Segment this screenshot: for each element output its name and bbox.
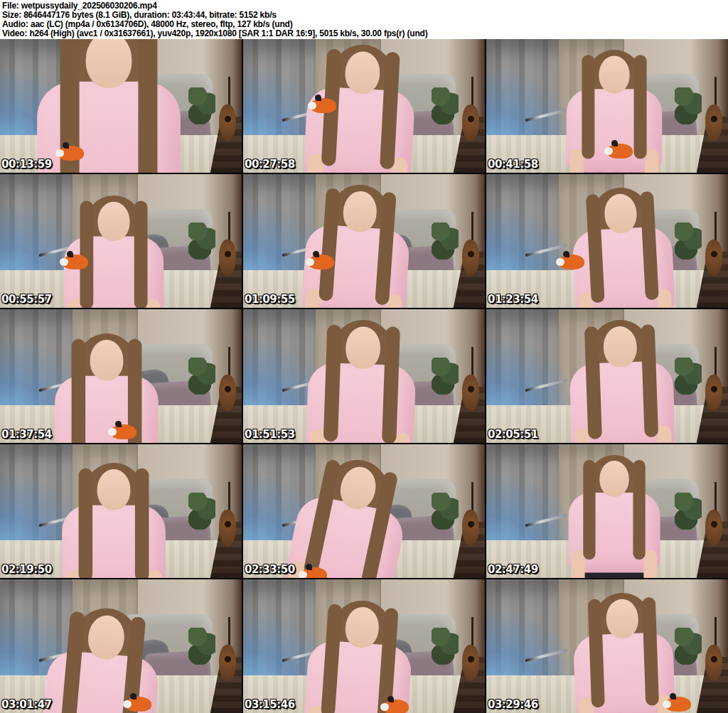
figure-face — [345, 326, 381, 370]
timestamp-label: 02:19:50 — [1, 563, 52, 576]
figure-hair-front-left — [582, 55, 595, 159]
person-figure — [285, 317, 436, 443]
timestamp-label: 03:29:46 — [488, 698, 538, 711]
figure-hair-front-right — [633, 460, 646, 559]
timestamp-label: 00:27:58 — [245, 158, 295, 171]
plant-icon — [432, 628, 458, 665]
plant-icon — [675, 87, 701, 125]
figure-face — [97, 202, 129, 241]
timestamp-label: 00:13:59 — [1, 158, 52, 171]
guitar-icon — [461, 347, 480, 411]
guitar-body — [219, 375, 236, 411]
figure-hair-front-left — [80, 201, 93, 308]
contact-sheet: File: wetpussydaily_202506030206.mp4 Siz… — [0, 0, 728, 713]
guitar-neck — [228, 212, 230, 242]
person-figure — [550, 318, 695, 443]
guitar-neck — [228, 617, 230, 647]
figure-arm-right — [147, 570, 162, 578]
person-figure — [13, 39, 205, 173]
plush-toy — [111, 424, 136, 439]
plant-icon — [432, 223, 458, 260]
guitar-neck — [471, 617, 473, 647]
figure-hair-front-left — [71, 339, 85, 443]
plush-toy — [665, 697, 691, 712]
figure-pink-shirt — [64, 237, 164, 308]
figure-face — [599, 55, 630, 93]
plush-toy — [559, 254, 584, 269]
guitar-icon — [218, 347, 237, 411]
guitar-body — [219, 510, 236, 546]
guitar-icon — [218, 212, 237, 276]
timestamp-label: 02:05:51 — [488, 428, 538, 441]
guitar-body — [705, 645, 722, 681]
guitar-neck — [471, 77, 473, 107]
guitar-body — [705, 104, 722, 141]
thumbnail-grid: 00:13:59 00:27:58 — [0, 39, 728, 713]
video-thumbnail: 02:33:50 — [243, 444, 485, 578]
guitar-body — [462, 645, 479, 681]
guitar-body — [219, 104, 236, 141]
figure-arm-right — [645, 149, 658, 173]
guitar-neck — [228, 482, 230, 512]
person-figure — [44, 463, 183, 578]
media-info-header: File: wetpussydaily_202506030206.mp4 Siz… — [0, 0, 728, 39]
guitar-icon — [461, 482, 480, 546]
video-thumbnail: 01:23:54 — [486, 174, 728, 308]
guitar-icon — [704, 77, 723, 141]
plush-toy — [309, 254, 334, 269]
guitar-body — [705, 375, 722, 411]
guitar-neck — [714, 347, 717, 377]
plant-icon — [432, 493, 458, 530]
guitar-neck — [228, 347, 230, 377]
guitar-icon — [218, 617, 237, 681]
timestamp-label: 00:41:58 — [488, 158, 538, 171]
timestamp-label: 02:47:49 — [488, 563, 538, 576]
header-line-video: Video: h264 (High) (avc1 / 0x31637661), … — [2, 29, 728, 38]
person-figure — [552, 184, 695, 308]
video-thumbnail: 03:15:46 — [243, 579, 485, 713]
figure-pink-shirt — [37, 82, 181, 173]
video-thumbnail: 03:01:47 — [0, 579, 242, 713]
plant-icon — [675, 493, 701, 530]
guitar-neck — [471, 212, 473, 242]
person-figure — [279, 180, 431, 308]
guitar-icon — [218, 77, 237, 141]
guitar-body — [705, 240, 722, 276]
figure-pink-shirt — [55, 376, 159, 443]
figure-face — [90, 340, 123, 380]
guitar-body — [462, 375, 479, 411]
video-thumbnail: 00:55:57 — [0, 174, 242, 308]
guitar-neck — [471, 347, 473, 377]
figure-face — [97, 469, 130, 510]
figure-hair-front-left — [583, 460, 595, 559]
guitar-neck — [714, 77, 717, 107]
plush-toy — [58, 146, 84, 161]
person-figure — [17, 602, 183, 713]
timestamp-label: 03:01:47 — [1, 698, 52, 711]
plant-icon — [188, 358, 215, 395]
plant-icon — [188, 628, 215, 665]
person-figure — [553, 455, 676, 578]
video-thumbnail: 01:37:54 — [0, 309, 242, 443]
figure-hair-front-right — [642, 597, 659, 706]
plush-toy — [63, 254, 88, 269]
figure-pink-shirt — [62, 505, 166, 578]
guitar-body — [462, 104, 479, 141]
guitar-body — [219, 645, 236, 681]
guitar-icon — [461, 617, 480, 681]
video-thumbnail: 00:41:58 — [486, 39, 728, 173]
video-thumbnail: 00:27:58 — [243, 39, 485, 173]
video-thumbnail: 00:13:59 — [0, 39, 242, 173]
timestamp-label: 02:33:50 — [245, 563, 295, 576]
guitar-body — [219, 240, 236, 276]
guitar-body — [462, 510, 479, 546]
timestamp-label: 03:15:46 — [245, 698, 295, 711]
video-thumbnail: 02:05:51 — [486, 309, 728, 443]
person-figure — [282, 41, 436, 173]
video-thumbnail: 02:19:50 — [0, 444, 242, 578]
guitar-neck — [228, 77, 230, 107]
figure-arm-right — [644, 550, 657, 578]
guitar-icon — [461, 212, 480, 276]
figure-hair-front-right — [634, 55, 647, 159]
figure-hair-front-left — [78, 468, 92, 578]
